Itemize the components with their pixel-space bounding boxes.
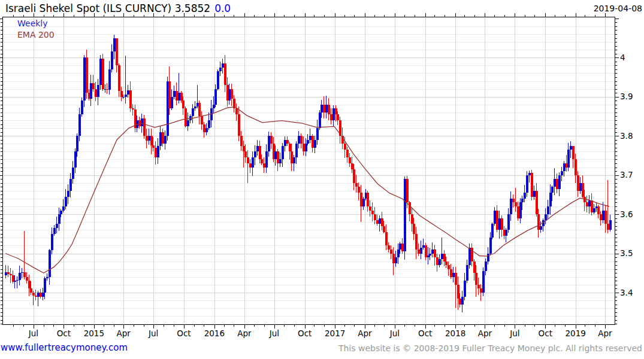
candle (240, 131, 243, 151)
candle (194, 101, 196, 111)
x-axis-labels: JulOct2015AprJulOct2016AprJulOct2017AprJ… (28, 328, 612, 338)
candle (597, 205, 600, 219)
x-tick-label: Oct (418, 328, 432, 338)
x-tick-label: Oct (298, 328, 312, 338)
candle (604, 206, 607, 233)
candle (358, 182, 360, 200)
candlestick-series (5, 35, 612, 312)
candle (330, 108, 332, 124)
candle (201, 111, 203, 130)
x-tick-label: Apr (358, 328, 372, 338)
axis-ticks (0, 13, 619, 328)
candle (567, 143, 570, 172)
candle (67, 184, 69, 204)
candle (108, 61, 111, 95)
candle (35, 290, 37, 300)
candle (143, 115, 146, 139)
candle (111, 44, 113, 72)
candle (252, 151, 254, 176)
candle (507, 208, 510, 233)
candle (99, 55, 102, 90)
candle (132, 104, 134, 115)
candle (298, 131, 300, 148)
x-tick-label: Oct (539, 328, 552, 338)
candle (517, 202, 519, 221)
x-tick-label: 2019 (566, 328, 586, 338)
candle (72, 161, 74, 184)
website-link[interactable]: www.fullertreacymoney.com (1, 342, 128, 353)
x-tick-label: 2015 (84, 328, 104, 338)
candle (51, 227, 53, 254)
candle (16, 276, 19, 288)
candle (482, 267, 485, 296)
candle (496, 205, 498, 232)
candle (138, 117, 141, 129)
candle (556, 174, 558, 193)
candle (586, 196, 588, 212)
candle (282, 143, 284, 167)
candle (339, 117, 341, 144)
y-axis-labels: 3.43.53.63.73.83.94 (620, 53, 633, 297)
candle (150, 129, 153, 154)
candle (466, 260, 468, 283)
candle (600, 211, 602, 226)
candle (265, 144, 268, 173)
candle (5, 265, 7, 278)
ema-line (5, 107, 609, 273)
candle (374, 207, 376, 224)
candle (501, 215, 503, 237)
candle (268, 132, 270, 157)
candle (238, 107, 240, 141)
candle (97, 79, 99, 105)
candle (510, 191, 512, 221)
x-tick-label: 2018 (445, 328, 465, 338)
x-tick-label: 2017 (325, 328, 345, 338)
candle (178, 73, 180, 104)
candle (385, 224, 388, 250)
candle (392, 247, 395, 276)
candle (270, 132, 273, 149)
candle (582, 175, 584, 198)
candle (528, 171, 531, 183)
x-tick-label: Oct (177, 328, 191, 338)
candle (312, 134, 314, 153)
candle (468, 244, 471, 269)
candle (235, 104, 238, 121)
candle (439, 254, 441, 267)
copyright-text: This website is © 2008-2019 Fuller Treac… (338, 343, 642, 353)
candle (526, 171, 528, 197)
candle (185, 107, 187, 128)
candle (457, 276, 459, 311)
candle (303, 136, 305, 156)
x-tick-label: Jul (509, 328, 519, 338)
x-tick-label: Jul (148, 328, 158, 338)
chart-page: { "header": { "title": "Israeli Shekel S… (0, 0, 644, 359)
candle (203, 122, 205, 138)
candle (113, 35, 116, 59)
candle (120, 87, 123, 101)
candle (49, 249, 51, 285)
price-chart: JulOct2015AprJulOct2016AprJulOct2017AprJ… (0, 0, 644, 359)
candle (92, 75, 95, 92)
candle (448, 261, 450, 276)
candle (222, 59, 224, 74)
candle (593, 204, 595, 214)
candle (362, 197, 365, 210)
candle (455, 267, 457, 308)
candle (436, 254, 439, 271)
candle (536, 183, 538, 217)
candle (422, 239, 425, 250)
candle (512, 194, 515, 208)
candle (328, 98, 330, 120)
candle (316, 120, 319, 145)
gridlines (2, 17, 615, 325)
candle (171, 89, 173, 110)
candle (69, 173, 72, 198)
candle (247, 150, 249, 183)
candle (494, 207, 496, 226)
candle (231, 84, 233, 106)
candle (505, 228, 507, 242)
x-tick-label: Jul (389, 328, 400, 338)
candle (323, 96, 325, 118)
candle (293, 155, 295, 171)
